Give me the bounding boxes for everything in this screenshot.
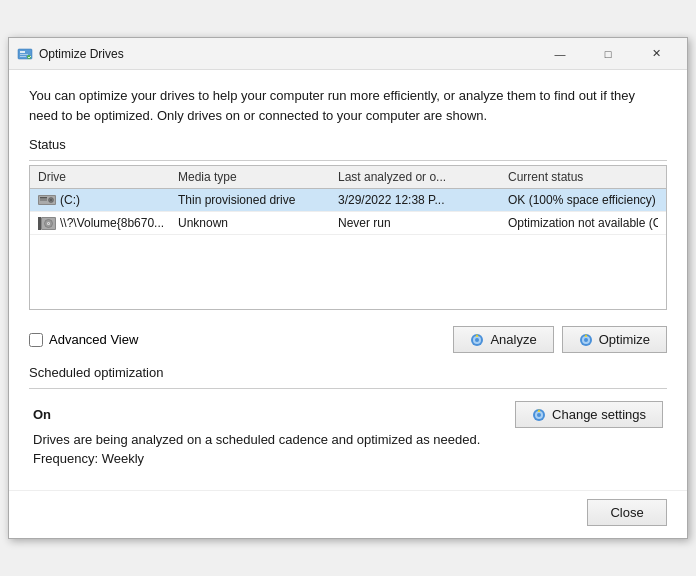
col-media-type: Media type [178,170,338,184]
table-body: (C:) Thin provisioned drive 3/29/2022 12… [30,189,666,309]
optimize-button[interactable]: Optimize [562,326,667,353]
cdrom-icon [38,217,56,230]
btn-group: Analyze Optimize [453,326,667,353]
advanced-view-label[interactable]: Advanced View [29,332,138,347]
status-section: Status Drive Media type Last analyzed or… [29,137,667,310]
scheduled-section: Scheduled optimization On Change setting… [29,365,667,470]
svg-rect-1 [20,51,25,53]
table-row[interactable]: (C:) Thin provisioned drive 3/29/2022 12… [30,189,666,212]
svg-point-25 [537,413,541,417]
status-cell-c: OK (100% space efficiency) [508,193,658,207]
title-bar: Optimize Drives — □ ✕ [9,38,687,70]
svg-point-16 [48,223,49,224]
frequency-text: Frequency: Weekly [33,451,663,466]
status-label: Status [29,137,667,152]
main-window: Optimize Drives — □ ✕ You can optimize y… [8,37,688,539]
advanced-analyze-row: Advanced View Analyze [29,326,667,353]
advanced-view-checkbox[interactable] [29,333,43,347]
svg-rect-2 [20,54,28,55]
minimize-button[interactable]: — [537,40,583,68]
scheduled-content: On Change settings Drives are being anal… [29,393,667,470]
optimize-drives-icon [17,46,33,62]
drive-cell-c: (C:) [38,193,178,207]
scheduled-label: Scheduled optimization [29,365,667,380]
window-title: Optimize Drives [39,47,124,61]
table-header: Drive Media type Last analyzed or o... C… [30,166,666,189]
svg-rect-7 [40,197,47,199]
last-analyzed-cell-vol: Never run [338,216,508,230]
last-analyzed-cell-c: 3/29/2022 12:38 P... [338,193,508,207]
scheduled-description: Drives are being analyzed on a scheduled… [33,432,663,447]
media-type-cell-c: Thin provisioned drive [178,193,338,207]
analyze-icon [470,333,484,347]
svg-point-10 [50,199,52,201]
analyze-button[interactable]: Analyze [453,326,553,353]
scheduled-top: On Change settings [33,401,663,428]
svg-point-22 [584,338,588,342]
close-window-button[interactable]: ✕ [633,40,679,68]
hdd-icon [38,194,56,207]
main-content: You can optimize your drives to help you… [9,70,687,486]
scheduled-divider [29,388,667,389]
drive-cell-vol: \\?\Volume{8b670... [38,216,178,230]
col-last-analyzed: Last analyzed or o... [338,170,508,184]
col-drive: Drive [38,170,178,184]
drives-table: Drive Media type Last analyzed or o... C… [29,165,667,310]
svg-point-19 [475,338,479,342]
optimize-icon [579,333,593,347]
change-settings-icon [532,408,546,422]
change-settings-button[interactable]: Change settings [515,401,663,428]
media-type-cell-vol: Unknown [178,216,338,230]
table-row[interactable]: \\?\Volume{8b670... Unknown Never run Op… [30,212,666,235]
title-controls: — □ ✕ [537,40,679,68]
description-text: You can optimize your drives to help you… [29,86,667,125]
maximize-button[interactable]: □ [585,40,631,68]
title-bar-left: Optimize Drives [17,46,124,62]
svg-rect-8 [40,199,47,200]
on-label: On [33,407,51,422]
status-cell-vol: Optimization not available (CD-ROM vol..… [508,216,658,230]
svg-rect-3 [20,56,26,57]
svg-rect-11 [38,217,41,230]
close-button[interactable]: Close [587,499,667,526]
col-current-status: Current status [508,170,658,184]
status-divider [29,160,667,161]
footer: Close [9,490,687,538]
